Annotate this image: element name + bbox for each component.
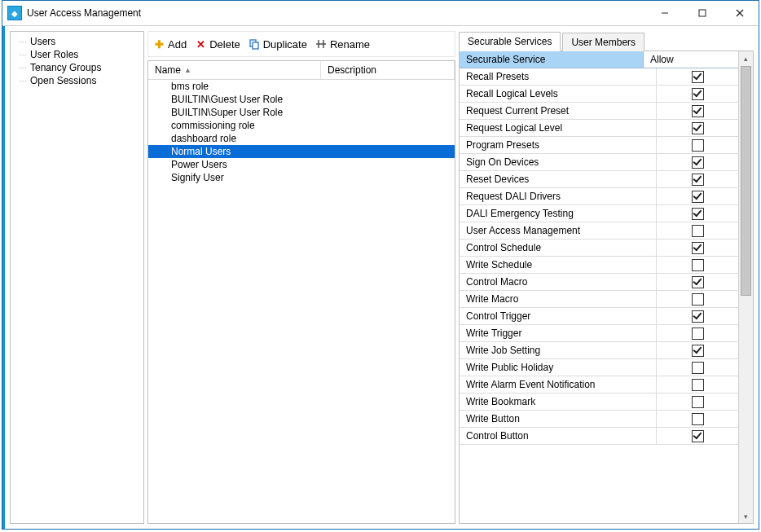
role-name: BUILTIN\Super User Role [171,106,314,119]
nav-item[interactable]: ⋯User Roles [12,48,142,61]
service-allow-cell [657,376,738,393]
service-allow-cell [657,137,738,153]
roles-column-name[interactable]: Name ▲ [148,61,321,79]
allow-checkbox[interactable] [692,379,704,391]
service-name: Control Trigger [460,308,657,324]
role-row[interactable]: dashboard role [148,132,455,145]
service-allow-cell [657,240,738,256]
service-name: Control Button [460,428,657,444]
service-row: Recall Logical Levels [460,86,738,103]
allow-checkbox[interactable] [692,430,704,442]
roles-column-description[interactable]: Description [321,61,455,79]
allow-checkbox[interactable] [692,105,704,117]
service-name: Request Logical Level [460,120,657,136]
nav-item[interactable]: ⋯Users [12,35,142,48]
service-allow-cell [657,308,738,324]
role-name: bms role [171,80,314,93]
service-row: Control Button [460,428,738,445]
service-name: Write Macro [460,291,657,307]
add-label: Add [168,38,187,51]
role-name: dashboard role [171,132,314,145]
allow-checkbox[interactable] [692,293,704,306]
allow-checkbox[interactable] [692,328,704,340]
add-button[interactable]: ✚ Add [153,38,187,51]
role-description [314,145,455,158]
role-row[interactable]: Signify User [148,171,455,184]
roles-body: bms roleBUILTIN\Guest User RoleBUILTIN\S… [148,80,455,523]
role-row[interactable]: commissioning role [148,119,455,132]
allow-checkbox[interactable] [692,156,704,169]
service-row: Write Public Holiday [460,359,738,376]
nav-item[interactable]: ⋯Tenancy Groups [12,61,142,74]
service-row: Write Trigger [460,325,738,342]
rename-button[interactable]: Rename [315,38,370,51]
role-name: Power Users [171,158,314,171]
allow-checkbox[interactable] [692,345,704,357]
right-panel: Securable Services User Members Securabl… [459,31,754,524]
sort-asc-icon: ▲ [184,66,191,74]
scroll-thumb[interactable] [741,66,751,296]
allow-checkbox[interactable] [692,225,704,237]
service-name: Write Schedule [460,257,657,273]
close-button[interactable] [721,1,759,25]
nav-item-label: Users [30,36,55,47]
allow-checkbox[interactable] [692,413,704,425]
scroll-up-icon[interactable]: ▴ [739,51,753,65]
maximize-button[interactable] [684,1,721,25]
role-row[interactable]: BUILTIN\Super User Role [148,106,455,119]
service-allow-cell [657,68,738,85]
service-row: Sign On Devices [460,154,738,171]
service-row: Recall Presets [460,68,738,86]
role-row[interactable]: Power Users [148,158,455,171]
service-row: User Access Management [460,222,738,240]
service-name: Program Presets [460,137,657,153]
allow-checkbox[interactable] [692,362,704,374]
service-name: DALI Emergency Testing [460,205,657,222]
role-row[interactable]: bms role [148,80,455,93]
app-window: ◆ User Access Management ⋯Users⋯User Rol… [2,0,759,530]
allow-checkbox[interactable] [692,208,704,220]
scroll-down-icon[interactable]: ▾ [739,509,753,523]
service-row: Write Bookmark [460,394,738,411]
minimize-button[interactable] [646,1,684,25]
allow-checkbox[interactable] [692,174,704,186]
services-table: Securable Service Allow Recall PresetsRe… [460,51,738,523]
service-allow-cell [657,428,738,444]
allow-checkbox[interactable] [692,191,704,203]
services-scrollbar[interactable]: ▴ ▾ [738,51,753,523]
service-name: Write Alarm Event Notification [460,376,657,393]
allow-checkbox[interactable] [692,310,704,323]
tree-dots-icon: ⋯ [19,37,27,46]
allow-checkbox[interactable] [692,242,704,254]
duplicate-icon [249,38,260,50]
delete-label: Delete [209,38,240,51]
tree-dots-icon: ⋯ [19,51,27,59]
allow-checkbox[interactable] [692,122,704,134]
service-name: Recall Presets [460,68,657,85]
delete-button[interactable]: ✕ Delete [195,38,240,51]
nav-item[interactable]: ⋯Open Sessions [12,74,142,87]
toolbar: ✚ Add ✕ Delete Duplicate R [147,31,455,57]
allow-checkbox[interactable] [692,71,704,83]
role-row[interactable]: Normal Users [148,145,455,158]
service-name: Write Bookmark [460,394,657,410]
allow-checkbox[interactable] [692,276,704,288]
service-allow-cell [657,120,738,136]
allow-checkbox[interactable] [692,396,704,408]
nav-panel: ⋯Users⋯User Roles⋯Tenancy Groups⋯Open Se… [10,31,144,524]
tab-user-members[interactable]: User Members [562,33,644,51]
role-row[interactable]: BUILTIN\Guest User Role [148,93,455,106]
service-row: Write Button [460,411,738,428]
allow-checkbox[interactable] [692,259,704,271]
allow-checkbox[interactable] [692,88,704,100]
service-allow-cell [657,205,738,222]
nav-item-label: Open Sessions [30,75,96,86]
duplicate-button[interactable]: Duplicate [249,38,307,51]
service-allow-cell [657,325,738,341]
services-column-allow[interactable]: Allow [644,51,738,68]
service-allow-cell [657,291,738,307]
allow-checkbox[interactable] [692,139,704,152]
tab-securable-services[interactable]: Securable Services [459,32,561,51]
role-name: Signify User [171,171,314,184]
services-column-name[interactable]: Securable Service [460,51,644,68]
